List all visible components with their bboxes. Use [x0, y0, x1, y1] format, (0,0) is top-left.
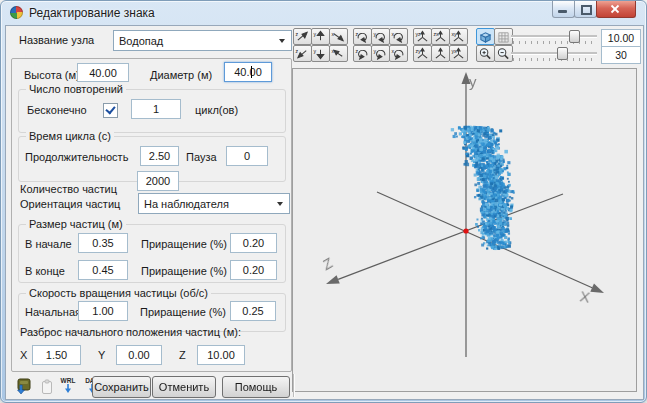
- view-zx-icon: zx: [433, 30, 448, 43]
- duration-input[interactable]: 2.50: [140, 146, 179, 166]
- perspective-toggle-button[interactable]: [476, 28, 495, 45]
- save-button[interactable]: Сохранить: [92, 376, 151, 398]
- spread-x-input[interactable]: 1.50: [32, 345, 81, 365]
- help-button[interactable]: Помощь: [222, 376, 290, 398]
- height-label: Высота (м): [24, 69, 80, 81]
- parameters-panel: Высота (м) 40.00 Диаметр (м) 40.00 Число…: [11, 58, 292, 372]
- cycle-group-title: Время цикла (с): [26, 130, 114, 142]
- viewport-canvas[interactable]: [293, 69, 636, 391]
- particle-count-input[interactable]: 2000: [137, 171, 179, 191]
- rotate-y-ccw-button[interactable]: y: [371, 45, 390, 62]
- rotate-y-cw-button[interactable]: y: [371, 28, 390, 45]
- view-zx-button[interactable]: zx: [431, 28, 450, 45]
- pan-x-negative-button[interactable]: x: [329, 45, 348, 62]
- 3d-viewport[interactable]: y X Z: [292, 68, 637, 392]
- maximize-button[interactable]: [574, 1, 597, 18]
- svg-text:y: y: [314, 31, 317, 37]
- view-yz-icon: yz: [415, 30, 430, 43]
- repeat-count-group: Число повторений Бесконечно 1 цикл(ов): [18, 89, 286, 133]
- rotate-x-cw-button[interactable]: x: [389, 28, 408, 45]
- maximize-icon: [581, 5, 592, 15]
- height-input[interactable]: 40.00: [77, 63, 129, 82]
- slider-track: [511, 52, 597, 55]
- rotate-z-ccw-icon: z: [355, 47, 370, 60]
- grid-toggle-icon: [496, 30, 511, 43]
- toolbar-value-1[interactable]: 10.00: [601, 29, 641, 47]
- view-xy-icon: xy: [451, 30, 466, 43]
- rotate-x-ccw-button[interactable]: x: [389, 45, 408, 62]
- particle-count-label: Количество частиц: [20, 183, 117, 195]
- diameter-label: Диаметр (м): [150, 69, 212, 81]
- pan-y-up-button[interactable]: y: [311, 28, 330, 45]
- view-zy-icon: zy: [415, 47, 430, 60]
- toolbar-slider-2[interactable]: [511, 46, 597, 61]
- svg-text:zy: zy: [416, 48, 422, 54]
- orientation-value: На наблюдателя: [139, 198, 277, 210]
- spread-title: Разброс начального положения частиц (м):: [20, 326, 241, 338]
- checkmark-icon: [105, 104, 115, 115]
- size-start-inc-input[interactable]: 0.20: [230, 233, 277, 253]
- app-icon: [10, 6, 23, 19]
- close-icon: [610, 4, 620, 14]
- view-zy-button[interactable]: zy: [413, 45, 432, 62]
- rotation-inc-input[interactable]: 0.25: [230, 301, 276, 321]
- rotate-z-cw-button[interactable]: z: [353, 28, 372, 45]
- repeat-group-title: Число повторений: [26, 83, 126, 95]
- pan-x-button[interactable]: x: [329, 28, 348, 45]
- cancel-button[interactable]: Отменить: [152, 376, 216, 398]
- toolbar-slider-1[interactable]: [511, 29, 597, 44]
- rotate-y-cw-icon: y: [373, 30, 388, 43]
- pan-z-button[interactable]: z: [293, 28, 312, 45]
- window: Редактирование знака Название узла Водоп…: [0, 0, 647, 403]
- rotation-group-title: Скорость вращения частицы (об/с): [26, 287, 211, 299]
- view-iso-icon: [433, 47, 448, 60]
- diameter-input[interactable]: 40.00: [224, 62, 272, 82]
- spread-z-input[interactable]: 10.00: [197, 345, 245, 365]
- orientation-combobox[interactable]: На наблюдателя: [138, 193, 290, 214]
- svg-text:y: y: [374, 48, 377, 54]
- text-caret: [251, 66, 252, 78]
- size-start-label: В начале: [25, 238, 72, 250]
- pause-input[interactable]: 0: [226, 146, 268, 166]
- view-yx-button[interactable]: yx: [449, 45, 468, 62]
- zoom-in-button[interactable]: [476, 45, 495, 62]
- node-name-combobox[interactable]: Водопад: [113, 30, 292, 51]
- import-model-icon: [15, 377, 32, 395]
- pan-y-down-button[interactable]: y: [311, 45, 330, 62]
- svg-text:zx: zx: [434, 31, 440, 37]
- slider-handle[interactable]: [557, 47, 568, 60]
- import-model-button[interactable]: [13, 376, 33, 396]
- rotation-initial-input[interactable]: 1.00: [78, 301, 128, 321]
- slider-handle[interactable]: [569, 30, 580, 43]
- size-start-input[interactable]: 0.35: [78, 233, 128, 253]
- view-iso-button[interactable]: [431, 45, 450, 62]
- pan-z-negative-button[interactable]: z: [293, 45, 312, 62]
- size-end-input[interactable]: 0.45: [78, 260, 128, 280]
- size-end-label: В конце: [25, 265, 65, 277]
- svg-text:z: z: [356, 31, 359, 37]
- zoom-in-icon: [478, 47, 493, 60]
- size-end-inc-input[interactable]: 0.20: [230, 260, 277, 280]
- rotate-x-cw-icon: x: [391, 30, 406, 43]
- zoom-out-icon: [496, 47, 511, 60]
- rotate-z-ccw-button[interactable]: z: [353, 45, 372, 62]
- orientation-label: Ориентация частиц: [20, 198, 120, 210]
- minimize-button[interactable]: [552, 1, 575, 18]
- spread-y-input[interactable]: 0.00: [116, 345, 162, 365]
- svg-text:z: z: [296, 31, 299, 37]
- titlebar[interactable]: Редактирование знака: [1, 1, 646, 25]
- export-wrl-button[interactable]: WRL: [58, 375, 78, 395]
- download-arrow-icon: [64, 384, 72, 393]
- pan-z-negative-icon: z: [295, 47, 310, 60]
- window-title: Редактирование знака: [29, 6, 155, 20]
- view-xy-button[interactable]: xy: [449, 28, 468, 45]
- chevron-down-icon: [277, 202, 283, 206]
- copy-button[interactable]: [37, 377, 57, 397]
- cycles-input[interactable]: 1: [131, 99, 181, 119]
- rotate-x-ccw-icon: x: [391, 47, 406, 60]
- close-button[interactable]: [596, 1, 636, 18]
- view-yz-button[interactable]: yz: [413, 28, 432, 45]
- toolbar-value-2[interactable]: 30: [601, 46, 641, 64]
- size-group-title: Размер частиц (м): [26, 218, 126, 230]
- infinite-checkbox[interactable]: [103, 103, 118, 118]
